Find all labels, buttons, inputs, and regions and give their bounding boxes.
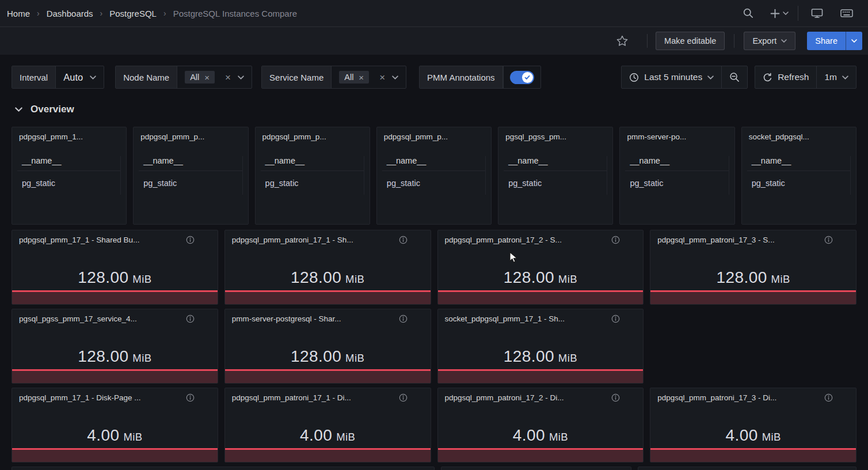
pmm-annotations-toggle[interactable] [510,71,534,84]
divider [798,6,798,21]
share-menu-button[interactable] [846,32,862,50]
panel-title[interactable]: pdpgsql_pmm_patroni_17_2 - Di... [445,393,564,402]
panel-title[interactable]: pdpgsql_pmm_patroni_17_3 - Di... [657,393,776,402]
panel-title[interactable]: socket_pdpgsql... [742,127,856,141]
info-icon[interactable] [399,314,408,323]
panel-title[interactable]: pdpgsql_pmm_patroni_17_3 - S... [657,236,774,244]
stat-unit: MiB [558,273,577,285]
table-column-header[interactable]: __name__ [625,156,728,171]
interval-select[interactable]: Auto [56,66,104,88]
stat-value: 128.00MiB [12,268,218,287]
info-icon[interactable] [824,393,833,402]
service-name-chip[interactable]: All × [339,71,369,84]
stat-panel: pdpgsql_pmm_patroni_17_2 - S... 128.00Mi… [437,230,644,305]
close-icon[interactable]: × [204,73,210,82]
panel-title[interactable]: socket_pdpgsql_pmm_17_1 - Sh... [445,314,565,323]
share-button[interactable]: Share [807,32,846,50]
info-icon[interactable] [399,393,408,402]
panel-title[interactable]: pgsql_pgss_pm... [498,127,612,141]
table-column-header[interactable]: __name__ [261,156,364,171]
caret-down-icon [783,12,789,15]
refresh-button[interactable]: Refresh [755,66,816,88]
info-icon[interactable] [186,393,195,402]
close-icon[interactable]: × [359,73,364,82]
breadcrumb-dashboards[interactable]: Dashboards [47,9,93,18]
zoom-out-button[interactable] [721,66,747,88]
add-menu-button[interactable] [770,9,789,18]
panel-title[interactable]: pdpgsql_pmm_17_1 - Disk-Page ... [19,393,141,402]
breadcrumb-home[interactable]: Home [7,9,30,18]
export-button[interactable]: Export [744,32,795,50]
stat-panel: pdpgsql_pmm_patroni_17_2 - Di... 4.00MiB [437,388,644,463]
info-icon[interactable] [611,314,620,323]
panel-title[interactable]: pdpgsql_pmm_patroni_17_1 - Di... [232,393,351,402]
stat-unit: MiB [345,273,364,285]
table-cell: pg_static [139,171,242,195]
panel-title[interactable]: pdpgsql_pmm_p... [134,127,248,141]
panel-title[interactable]: pdpgsql_pmm_patroni_17_1 - Sh... [232,236,353,244]
stat-panel: pgsql_pgss_pmm_17_service_4... 128.00MiB [12,309,218,384]
caret-down-icon [842,75,848,79]
next-row-partial [12,467,856,470]
caret-down-icon [851,39,857,43]
table-column-header[interactable]: __name__ [17,156,120,171]
keyboard-icon[interactable] [838,5,855,21]
service-name-chip-label: All [344,73,353,82]
table-column-header[interactable]: __name__ [504,156,607,171]
clear-icon[interactable]: × [379,73,385,82]
breadcrumb-postgresql[interactable]: PostgreSQL [109,9,157,18]
panel-title[interactable]: pdpgsql_pmm_p... [256,127,370,141]
refresh-interval-value: 1m [824,72,837,82]
name-panel: pgsql_pgss_pm... __name__ pg_static [498,127,613,225]
service-name-select[interactable]: All × × [332,66,406,88]
overview-section-header[interactable]: Overview [15,101,74,118]
stat-panel: pdpgsql_pmm_patroni_17_1 - Sh... 128.00M… [224,230,431,305]
refresh-interval-select[interactable]: 1m [816,66,856,88]
time-range-button[interactable]: Last 5 minutes [622,66,721,88]
table-cell: pg_static [747,171,850,195]
chevron-down-icon [15,107,22,112]
table-column-header[interactable]: __name__ [747,156,850,171]
toggle-knob [522,72,533,83]
interval-value: Auto [63,72,83,83]
info-icon[interactable] [399,236,408,244]
node-name-select[interactable]: All × × [177,66,252,88]
info-icon[interactable] [186,314,195,323]
time-range-picker: Last 5 minutes [621,66,748,89]
name-table: __name__ pg_static [747,156,851,195]
search-icon[interactable] [740,5,756,21]
stat-threshold-bar [650,290,856,304]
star-icon[interactable] [612,31,632,51]
panel-title[interactable]: pdpgsql_pmm_patroni_17_2 - S... [445,236,562,244]
table-column-header[interactable]: __name__ [382,156,485,171]
stat-value: 128.00MiB [438,268,644,287]
stat-threshold-bar [438,448,644,462]
table-cell: pg_static [625,171,728,195]
info-icon[interactable] [611,236,620,244]
monitor-icon[interactable] [809,5,825,21]
node-name-chip[interactable]: All × [185,71,215,84]
stat-value: 4.00MiB [225,426,431,445]
info-icon[interactable] [824,236,833,244]
stat-panel: pdpgsql_pmm_patroni_17_3 - S... 128.00Mi… [650,230,856,305]
chevron-right-icon: › [98,9,105,18]
make-editable-button[interactable]: Make editable [656,32,725,50]
service-name-variable: Service Name All × × [261,66,406,89]
panel-title[interactable]: pmm-server-postgresql - Shar... [232,314,341,323]
panel-title[interactable]: pdpgsql_pmm_1... [12,127,126,141]
info-icon[interactable] [611,393,620,402]
stat-panel: pdpgsql_pmm_17_1 - Disk-Page ... 4.00MiB [12,388,218,463]
panel-title[interactable]: pmm-server-po... [620,127,734,141]
table-column-header[interactable]: __name__ [139,156,242,171]
panel-title[interactable]: pdpgsql_pmm_p... [377,127,491,141]
stat-panel: socket_pdpgsql_pmm_17_1 - Sh... 128.00Mi… [437,309,644,384]
interval-variable: Interval Auto [12,66,104,89]
chevron-right-icon: › [35,9,41,18]
panel-title[interactable]: pgsql_pgss_pmm_17_service_4... [19,314,137,323]
divider [734,34,734,48]
info-icon[interactable] [186,236,195,244]
clear-icon[interactable]: × [225,73,231,82]
clock-icon [629,73,639,82]
panel-title[interactable]: pdpgsql_pmm_17_1 - Shared Bu... [19,236,139,244]
node-name-chip-label: All [190,73,199,82]
